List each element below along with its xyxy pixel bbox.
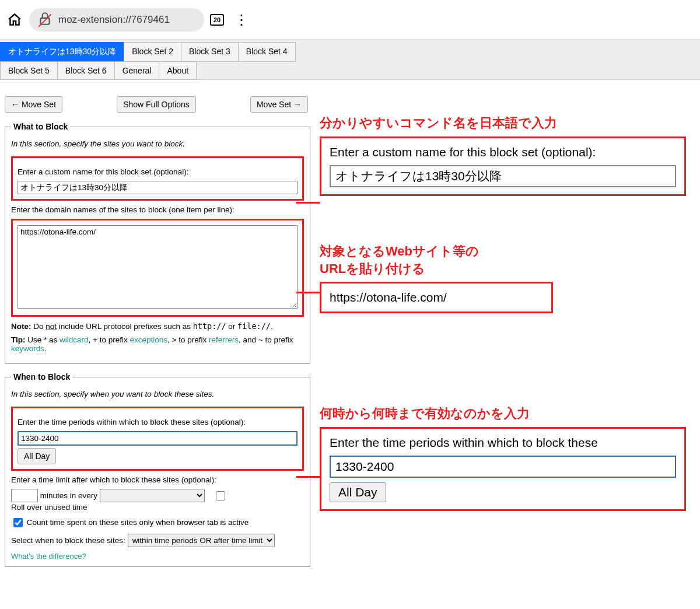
whats-difference-link[interactable]: What's the difference?	[11, 552, 86, 561]
connector-2	[296, 292, 320, 293]
when-legend: When to Block	[11, 372, 72, 382]
menu-icon[interactable]: ⋮	[230, 12, 253, 28]
callout-3-all-day-button[interactable]: All Day	[330, 482, 386, 502]
count-active-checkbox[interactable]	[13, 518, 23, 527]
minutes-input[interactable]	[11, 489, 38, 502]
interval-select[interactable]	[100, 489, 205, 502]
when-desc: In this section, specify when you want t…	[11, 390, 304, 398]
callout-url: 対象となるWebサイト等のURLを貼り付ける https://otona-lif…	[320, 243, 553, 313]
periods-label: Enter the time periods within which to b…	[18, 418, 298, 426]
url-text: moz-extension://7679461	[58, 14, 170, 26]
select-when-select[interactable]: within time periods OR after time limit	[128, 534, 275, 547]
when-to-block-fieldset: When to Block In this section, specify w…	[5, 372, 310, 567]
tab-blockset-5[interactable]: Block Set 5	[0, 61, 58, 80]
rollover-label: Roll over unused time	[11, 503, 88, 512]
callout-3-label: Enter the time periods within which to b…	[330, 436, 676, 450]
note-text: Note: Do not include URL protocol prefix…	[11, 321, 304, 331]
domains-label: Enter the domain names of the sites to b…	[11, 205, 304, 214]
tab-general[interactable]: General	[114, 61, 160, 80]
callout-1-label: Enter a custom name for this block set (…	[330, 145, 676, 159]
custom-name-label: Enter a custom name for this block set (…	[18, 167, 298, 176]
tab-blockset-6[interactable]: Block Set 6	[57, 61, 115, 80]
move-set-right-button[interactable]: Move Set →	[250, 96, 308, 113]
custom-name-highlight: Enter a custom name for this block set (…	[11, 156, 304, 201]
domains-highlight: https://otona-life.com/	[11, 219, 304, 317]
periods-highlight: Enter the time periods within which to b…	[11, 407, 304, 471]
custom-name-input[interactable]	[18, 181, 298, 194]
what-legend: What to Block	[11, 122, 70, 131]
tab-blockset-1[interactable]: オトナライフは13時30分以降	[0, 42, 124, 62]
select-when-label: Select when to block these sites:	[11, 536, 125, 545]
callout-periods: 何時から何時まで有効なのかを入力 Enter the time periods …	[320, 405, 686, 511]
all-day-button[interactable]: All Day	[18, 448, 56, 464]
callout-2-value: https://otona-life.com/	[330, 290, 543, 304]
minutes-label: minutes in every	[40, 491, 97, 500]
limit-label: Enter a time limit after which to block …	[11, 475, 304, 484]
callout-1-input[interactable]	[330, 165, 676, 187]
move-set-left-button[interactable]: ← Move Set	[5, 96, 62, 113]
svg-rect-0	[40, 18, 49, 24]
connector-3	[296, 476, 320, 478]
tab-about[interactable]: About	[159, 61, 197, 80]
home-icon[interactable]	[6, 11, 23, 29]
domains-textarea[interactable]: https://otona-life.com/	[18, 225, 298, 309]
browser-chrome: moz-extension://7679461 20 ⋮	[0, 0, 700, 40]
count-active-label: Count time spent on these sites only whe…	[27, 518, 249, 527]
url-bar[interactable]: moz-extension://7679461	[29, 8, 204, 32]
what-desc: In this section, specify the sites you w…	[11, 139, 304, 148]
tab-blockset-2[interactable]: Block Set 2	[124, 42, 181, 62]
periods-input[interactable]	[18, 431, 298, 446]
callout-2-title: 対象となるWebサイト等のURLを貼り付ける	[320, 243, 553, 277]
tab-count[interactable]: 20	[210, 14, 224, 26]
connector-1	[296, 202, 320, 204]
callout-3-title: 何時から何時まで有効なのかを入力	[320, 405, 686, 422]
tabs-area: オトナライフは13時30分以降 Block Set 2 Block Set 3 …	[0, 40, 700, 80]
show-full-options-button[interactable]: Show Full Options	[117, 96, 196, 113]
what-to-block-fieldset: What to Block In this section, specify t…	[5, 122, 310, 364]
tip-text: Tip: Use * as wildcard, + to prefix exce…	[11, 335, 304, 353]
tab-blockset-4[interactable]: Block Set 4	[238, 42, 296, 62]
callout-3-input[interactable]	[330, 456, 676, 478]
rollover-checkbox[interactable]	[216, 491, 225, 501]
tab-blockset-3[interactable]: Block Set 3	[181, 42, 239, 62]
callout-custom-name: 分かりやすいコマンド名を日本語で入力 Enter a custom name f…	[320, 114, 686, 196]
callout-1-title: 分かりやすいコマンド名を日本語で入力	[320, 114, 686, 132]
insecure-lock-icon	[37, 11, 52, 28]
